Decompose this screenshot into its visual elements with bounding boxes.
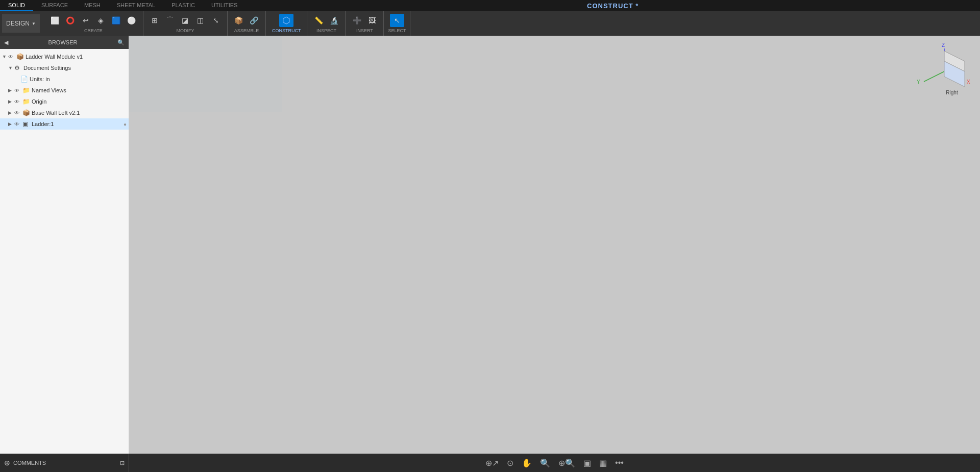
label-origin: Origin — [32, 98, 127, 105]
construct-icons: ⬡ — [279, 14, 293, 27]
tab-sheet-metal[interactable]: SHEET METAL — [109, 0, 163, 11]
tab-surface[interactable]: SURFACE — [33, 0, 76, 11]
assemble-label: ASSEMBLE — [234, 28, 259, 33]
chamfer-icon[interactable]: ◪ — [178, 14, 192, 27]
tab-plastic[interactable]: PLASTIC — [163, 0, 203, 11]
arrow-root: ▼ — [2, 54, 8, 59]
cube-navigator[interactable]: X Y Z Right — [914, 41, 975, 102]
tab-utilities[interactable]: UTILITIES — [203, 0, 246, 11]
more-settings-icon[interactable]: ••• — [613, 457, 626, 468]
tree-item-named-views[interactable]: ▶ 👁 📁 Named Views — [0, 85, 129, 96]
new-component-icon[interactable]: 📦 — [232, 14, 246, 27]
eye-ladder[interactable]: 👁 — [14, 121, 21, 127]
construct-group: ⬡ CONSTRUCT — [266, 11, 308, 36]
joint-icon[interactable]: 🔗 — [247, 14, 261, 27]
scale-icon[interactable]: ⤡ — [209, 14, 223, 27]
insert-icon[interactable]: ➕ — [350, 14, 364, 27]
zoom-fit-icon[interactable]: ⊕🔍 — [556, 457, 577, 469]
section-analysis-icon[interactable]: 🔬 — [327, 14, 341, 27]
label-named-views: Named Views — [32, 87, 127, 93]
insert-group: ➕ 🖼 INSERT — [346, 11, 384, 36]
browser-search-icon[interactable]: 🔍 — [117, 39, 125, 46]
app-title: CONSTRUCT * — [246, 0, 980, 11]
svg-text:Z: Z — [942, 42, 945, 48]
label-base-wall: Base Wall Left v2:1 — [32, 110, 127, 116]
status-comments: ⊕ COMMENTS ⊡ — [0, 454, 129, 472]
select-label: SELECT — [388, 28, 406, 33]
extrude-icon[interactable]: ⬜ — [48, 14, 62, 27]
collapse-icon[interactable]: ◀ — [4, 39, 8, 46]
select-icons: ↖ — [390, 14, 404, 27]
tab-solid[interactable]: SOLID — [0, 0, 33, 11]
tree-item-root[interactable]: ▼ 👁 📦 Ladder Wall Module v1 — [0, 51, 129, 62]
icon-doc: ⚙ — [14, 64, 22, 71]
svg-text:Y: Y — [917, 79, 920, 85]
loft-icon[interactable]: ◈ — [94, 14, 108, 27]
tree-item-ladder[interactable]: ▶ 👁 ▣ Ladder:1 ● — [0, 118, 129, 130]
arrow-ladder: ▶ — [8, 121, 14, 127]
status-bar: ⊕ COMMENTS ⊡ ⊕↗ ⊙ ✋ 🔍 ⊕🔍 ▣ ▦ ••• — [0, 454, 980, 472]
return-home-icon[interactable]: ⊕↗ — [483, 457, 501, 469]
chevron-down-icon: ▼ — [32, 21, 36, 26]
svg-text:Right: Right — [946, 90, 958, 95]
comments-circle-icon[interactable]: ⊕ — [4, 459, 10, 467]
label-root: Ladder Wall Module v1 — [26, 54, 127, 60]
tab-mesh[interactable]: MESH — [76, 0, 109, 11]
grid-canvas: 160 150 140 130 120 110 100 90 80 70 60 … — [129, 36, 282, 112]
modify-group: ⊞ ⌒ ◪ ◫ ⤡ MODIFY — [143, 11, 228, 36]
select-icon[interactable]: ↖ — [390, 14, 404, 27]
tree-item-units[interactable]: 📄 Units: in — [0, 73, 129, 85]
toolbar-main: DESIGN ▼ ⬜ ⭕ ↩ ◈ 🟦 ⚪ CREATE ⊞ ⌒ ◪ ◫ ⤡ — [0, 11, 980, 36]
construct-label: CONSTRUCT — [272, 28, 301, 33]
shell-icon[interactable]: ◫ — [193, 14, 208, 27]
eye-base-wall[interactable]: 👁 — [14, 110, 21, 116]
browser-header: ◀ BROWSER 🔍 — [0, 36, 129, 49]
assemble-group: 📦 🔗 ASSEMBLE — [228, 11, 266, 36]
browser-tree: ▼ 👁 📦 Ladder Wall Module v1 ▼ ⚙ Document… — [0, 49, 129, 454]
sphere-icon[interactable]: ⚪ — [125, 14, 139, 27]
cube-nav-svg: X Y Z Right — [914, 41, 975, 102]
create-label: CREATE — [84, 28, 103, 33]
icon-ladder: ▣ — [22, 120, 31, 128]
pan-icon[interactable]: ✋ — [520, 457, 534, 469]
push-pull-icon[interactable]: ⊞ — [148, 14, 162, 27]
svg-line-125 — [924, 71, 944, 82]
label-ladder: Ladder:1 — [32, 121, 121, 127]
tree-item-base-wall[interactable]: ▶ 👁 📦 Base Wall Left v2:1 — [0, 107, 129, 118]
comments-expand-icon[interactable]: ⊡ — [120, 460, 125, 466]
create-group: ⬜ ⭕ ↩ ◈ 🟦 ⚪ CREATE — [44, 11, 143, 36]
eye-named-views[interactable]: 👁 — [14, 88, 21, 93]
icon-root: 📦 — [16, 53, 24, 60]
inspect-label: INSPECT — [316, 28, 336, 33]
mode-tabs: SOLID SURFACE MESH SHEET METAL PLASTIC U… — [0, 0, 980, 11]
tree-item-origin[interactable]: ▶ 👁 📁 Origin — [0, 96, 129, 107]
assemble-icons: 📦 🔗 — [232, 14, 261, 27]
display-mode-icon[interactable]: ▣ — [581, 457, 593, 469]
arrow-origin: ▶ — [8, 99, 14, 104]
eye-root[interactable]: 👁 — [8, 54, 15, 60]
toolbar: SOLID SURFACE MESH SHEET METAL PLASTIC U… — [0, 0, 980, 36]
icon-named-views: 📁 — [22, 87, 31, 94]
measure-icon[interactable]: 📏 — [311, 14, 326, 27]
browser-panel: ◀ BROWSER 🔍 ▼ 👁 📦 Ladder Wall Module v1 … — [0, 36, 129, 454]
orbit-icon[interactable]: ⊙ — [505, 457, 516, 469]
insert-label: INSERT — [356, 28, 373, 33]
icon-base-wall: 📦 — [22, 109, 31, 116]
construct-plane-icon[interactable]: ⬡ — [279, 14, 293, 27]
design-label: DESIGN — [6, 20, 30, 27]
browser-title: BROWSER — [48, 39, 78, 45]
grid-icon[interactable]: ▦ — [597, 457, 609, 469]
revolve-icon[interactable]: ⭕ — [63, 14, 78, 27]
svg-rect-0 — [129, 36, 282, 112]
fillet-icon[interactable]: ⌒ — [163, 14, 177, 27]
sweep-icon[interactable]: ↩ — [79, 14, 93, 27]
box-icon[interactable]: 🟦 — [109, 14, 124, 27]
zoom-icon[interactable]: 🔍 — [538, 457, 552, 469]
canvas-icon[interactable]: 🖼 — [365, 14, 379, 27]
label-doc: Document Settings — [23, 65, 127, 71]
eye-origin[interactable]: 👁 — [14, 99, 21, 105]
tree-item-doc-settings[interactable]: ▼ ⚙ Document Settings — [0, 62, 129, 73]
insert-icons: ➕ 🖼 — [350, 14, 379, 27]
viewport[interactable]: 160 150 140 130 120 110 100 90 80 70 60 … — [129, 36, 980, 454]
design-button[interactable]: DESIGN ▼ — [2, 14, 40, 33]
